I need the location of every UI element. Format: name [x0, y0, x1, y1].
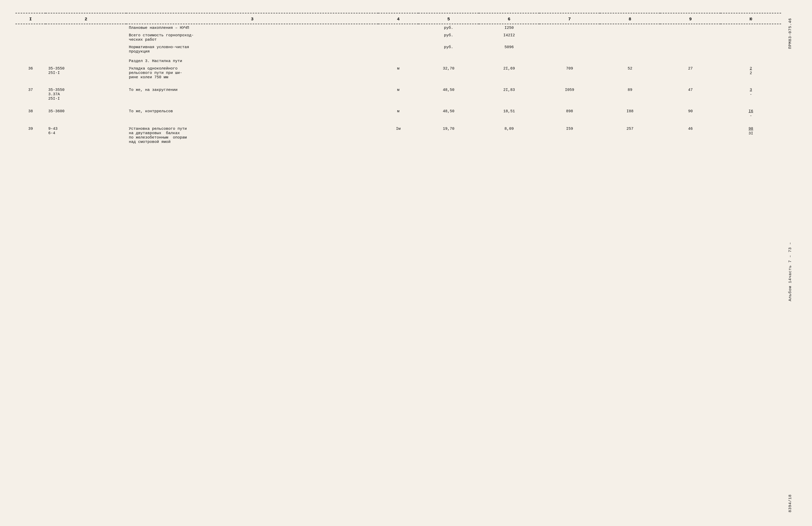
cell-col5: 32,70	[418, 65, 479, 81]
header-col10: Ю	[721, 15, 781, 24]
cell-col6: I42I2	[479, 32, 539, 44]
cell-unit: м	[378, 107, 419, 120]
cell-col6: I250	[479, 24, 539, 32]
cell-num: 38	[15, 107, 46, 120]
cell-col9	[660, 44, 721, 55]
cell-col10: 2 2	[721, 65, 781, 81]
fraction-denominator: -	[750, 92, 752, 97]
cell-code: 35-3550 25I-I	[46, 65, 126, 81]
cell-col8: 89	[600, 86, 661, 102]
section-row-3: Раздел 3. Настилка пути	[15, 55, 781, 65]
cell-num	[15, 55, 46, 65]
fraction-numerator: I6	[749, 109, 753, 114]
side-text-top: ПРМ83-075.46	[788, 18, 793, 49]
cell-code	[46, 24, 126, 32]
cell-num: 37	[15, 86, 46, 102]
fraction-denominator: 2	[750, 71, 752, 76]
cell-desc: Всего стоимость горнопроход-ческих работ	[126, 32, 378, 44]
cell-desc: Плановые накопления – НУЧП	[126, 24, 378, 32]
cell-col9: 27	[660, 65, 721, 81]
cell-col8: 257	[600, 125, 661, 146]
header-col7: 7	[539, 15, 600, 24]
cell-col10: 3 -	[721, 86, 781, 102]
header-col9: 9	[660, 15, 721, 24]
cell-desc: То же, на закруглении	[126, 86, 378, 102]
header-col6: 6	[479, 15, 539, 24]
cell-desc: Нормативная условно-чистаяпродукция	[126, 44, 378, 55]
cell-col5: руб.	[418, 24, 479, 32]
cell-col6: 2I,83	[479, 86, 539, 102]
info-row-2: Всего стоимость горнопроход-ческих работ…	[15, 32, 781, 44]
fraction-denominator: 3I	[749, 131, 753, 136]
cell-col7: I059	[539, 86, 600, 102]
cell-col8	[600, 32, 661, 44]
cell-unit: м	[378, 86, 419, 102]
cell-unit	[378, 24, 419, 32]
header-col8: 8	[600, 15, 661, 24]
header-col5: 5	[418, 15, 479, 24]
cell-col6: 5096	[479, 44, 539, 55]
cell-unit	[378, 44, 419, 55]
cell-col8: 52	[600, 65, 661, 81]
cell-code	[46, 44, 126, 55]
cell-col10: 98 3I	[721, 125, 781, 146]
section-title: Раздел 3. Настилка пути	[126, 55, 378, 65]
cell-desc: Укладка одноколейногорельсового пути при…	[126, 65, 378, 81]
cell-col7	[539, 44, 600, 55]
cell-col9: 46	[660, 125, 721, 146]
cell-col5: руб.	[418, 44, 479, 55]
cell-col7: I59	[539, 125, 600, 146]
fraction-denominator: -	[750, 114, 752, 118]
header-col4: 4	[378, 15, 419, 24]
cell-col8: I88	[600, 107, 661, 120]
cell-unit: Iм	[378, 125, 419, 146]
cell-code: 35-3600	[46, 107, 126, 120]
cell-col5: 48,50	[418, 107, 479, 120]
fraction-numerator: 2	[750, 67, 752, 71]
cell-col6: 2I,69	[479, 65, 539, 81]
side-text-middle: Альбом 14часть 7 – 73 –	[788, 242, 793, 301]
cell-code	[46, 32, 126, 44]
cell-col10: I6 -	[721, 107, 781, 120]
info-row-3: Нормативная условно-чистаяпродукция руб.…	[15, 44, 781, 55]
data-row-37: 37 35-3550 3.37А 25I-I То же, на закругл…	[15, 86, 781, 102]
data-row-36: 36 35-3550 25I-I Укладка одноколейногоре…	[15, 65, 781, 81]
cell-col6: 18,51	[479, 107, 539, 120]
side-text-bottom: 8394/18	[788, 494, 793, 512]
cell-col7: 898	[539, 107, 600, 120]
cell-col10	[721, 32, 781, 44]
cell-code: 35-3550 3.37А 25I-I	[46, 86, 126, 102]
cell-desc: То же, контррельсов	[126, 107, 378, 120]
info-row-1: Плановые накопления – НУЧП руб. I250	[15, 24, 781, 32]
cell-col10	[721, 24, 781, 32]
cell-num: 36	[15, 65, 46, 81]
cell-col5: руб.	[418, 32, 479, 44]
data-row-39: 39 9-43 6-4 Установка рельсового путина …	[15, 125, 781, 146]
cell-desc: Установка рельсового путина двутавровых …	[126, 125, 378, 146]
fraction-38: I6 -	[749, 109, 753, 118]
fraction-36: 2 2	[750, 67, 752, 76]
header-col3: 3	[126, 15, 378, 24]
fraction-37: 3 -	[750, 88, 752, 97]
cell-col10	[721, 44, 781, 55]
cell-num: 39	[15, 125, 46, 146]
cell-col5: 48,50	[418, 86, 479, 102]
cell-num	[15, 24, 46, 32]
data-row-38: 38 35-3600 То же, контррельсов м 48,50 1…	[15, 107, 781, 120]
header-col2: 2	[46, 15, 126, 24]
page-container: ПРМ83-075.46 Альбом 14часть 7 – 73 – 839…	[15, 13, 797, 517]
header-col1: I	[15, 15, 46, 24]
header-row: I 2 3 4 5 6 7 8 9 Ю	[15, 15, 781, 24]
spacer-row	[15, 120, 781, 125]
cell-col9	[660, 24, 721, 32]
spacer-row	[15, 102, 781, 107]
cell-col8	[600, 24, 661, 32]
fraction-numerator: 98	[749, 127, 753, 131]
cell-col9: 90	[660, 107, 721, 120]
cell-num	[15, 32, 46, 44]
cell-col7	[539, 32, 600, 44]
cell-col6: 8,09	[479, 125, 539, 146]
cell-col5: 19,70	[418, 125, 479, 146]
fraction-numerator: 3	[750, 88, 752, 92]
cell-num	[15, 44, 46, 55]
